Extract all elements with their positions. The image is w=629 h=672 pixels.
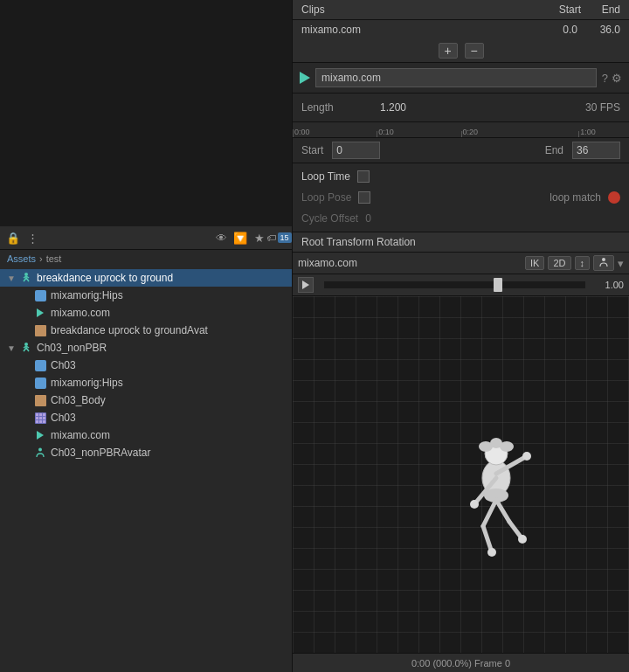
timeline-scrubber-bar[interactable] [324,281,585,288]
tree-item-mixamo1[interactable]: mixamo.com [0,304,292,322]
timeline-value: 1.00 [589,280,624,290]
2d-button[interactable]: 2D [548,256,570,270]
tree-item-avatar1[interactable]: breakdance uprock to groundAvat [0,322,292,339]
clips-row[interactable]: mixamo.com 0.0 36.0 [293,20,629,39]
tree-item-hips2[interactable]: mixamorig:Hips [0,374,292,391]
add-clip-button[interactable]: + [439,43,458,59]
ruler-label-10: 0:10 [378,128,394,136]
loop-match-dot [608,191,620,204]
anim-help-icons: ? ⚙ [602,72,622,85]
anim-clip-icon [300,72,310,84]
svg-point-13 [602,258,605,261]
loop-match-label: loop match [550,191,601,204]
svg-point-0 [24,273,28,276]
mesh-icon [33,323,47,337]
menu-icon[interactable]: ⋮ [24,230,40,246]
tree-item-ch03avatar[interactable]: Ch03_nonPBRAvatar [0,444,292,461]
cube-icon [33,358,47,372]
cycle-offset-row: Cycle Offset 0 [301,209,620,228]
cycle-offset-value: 0 [365,212,371,225]
clips-end-header: End [581,3,620,16]
tag-badge: 15 [278,232,292,243]
start-input[interactable] [332,142,380,159]
tree-item-ch03nonpbr[interactable]: ▼ Ch03_nonPBR [0,339,292,357]
timeline-ruler[interactable]: 0:00 0:10 0:20 1:00 [293,122,629,138]
ruler-label-20: 0:20 [463,128,479,136]
status-text: 0:00 (000.0%) Frame 0 [411,658,510,669]
anim-name-input[interactable] [315,68,597,87]
avatar-icon [33,446,47,460]
ruler-tick [461,131,462,138]
cube-icon [33,288,47,302]
tree-item-ch03[interactable]: Ch03 [0,357,292,374]
ruler-tick [377,131,377,138]
anim-name-row: ? ⚙ [293,63,629,94]
svg-point-18 [500,441,514,452]
end-label: End [545,144,563,156]
breadcrumb-folder[interactable]: test [46,253,62,264]
tree-item-breakdance[interactable]: ▼ breakdance uprock to ground [0,269,292,287]
grid-icon [33,411,47,425]
play-icon [302,281,309,289]
tag-icon[interactable]: 🏷 15 [271,230,287,246]
remove-clip-button[interactable]: − [465,43,484,59]
star-icon[interactable]: ★ [252,230,267,246]
dropdown-chevron-icon[interactable]: ▾ [618,257,624,270]
timeline-scrubber-handle[interactable] [494,278,502,292]
loop-time-row: Loop Time [301,167,620,186]
ruler-marks: 0:00 0:10 0:20 1:00 [293,122,629,138]
ruler-tick [293,129,294,138]
assets-toolbar-icons: 👁 🔽 ★ 🏷 15 [213,230,287,246]
svg-point-6 [24,343,28,346]
preview-section: mixamo.com IK 2D ↕ ▾ 1.00 [293,253,629,672]
avatar-button[interactable] [593,255,614,271]
tree-item-label: mixamorig:Hips [51,377,123,389]
tree-item-label: breakdance uprock to ground [37,272,173,284]
chevron-down-icon: ▼ [7,274,16,283]
anim-props: Length 1.200 30 FPS [293,94,629,122]
tree-item-label: Ch03 [51,359,76,371]
fps-value: 30 FPS [585,101,620,114]
loop-time-checkbox[interactable] [357,170,370,183]
start-label: Start [301,144,323,156]
tree-item-label: mixamorig:Hips [51,289,123,301]
svg-point-20 [522,452,531,461]
preview-viewport[interactable] [293,296,629,653]
loop-pose-checkbox[interactable] [358,191,370,204]
character-preview [444,408,549,583]
tree-item-label: mixamo.com [51,429,110,441]
tree-item-label: Ch03_nonPBRAvatar [51,447,151,459]
svg-point-26 [487,548,496,557]
clips-title: Clips [301,3,529,16]
assets-toolbar: 🔒 ⋮ 👁 🔽 ★ 🏷 15 [0,226,292,250]
settings-icon[interactable]: ⚙ [612,72,622,85]
left-panel: 🔒 ⋮ 👁 🔽 ★ 🏷 15 Assets › test ▼ [0,0,293,672]
filter-icon[interactable]: 🔽 [232,230,248,246]
cycle-offset-label: Cycle Offset [301,212,358,225]
breadcrumb-assets[interactable]: Assets [7,253,36,264]
svg-point-22 [470,500,479,509]
tree-item-hips1[interactable]: mixamorig:Hips [0,287,292,304]
length-value: 1.200 [380,101,406,114]
help-icon[interactable]: ? [602,72,608,85]
loop-pose-label: Loop Pose [301,191,351,204]
preview-name: mixamo.com [298,257,522,269]
asset-panel: 🔒 ⋮ 👁 🔽 ★ 🏷 15 Assets › test ▼ [0,226,292,672]
nav-button[interactable]: ↕ [575,256,591,270]
tree-item-label: Ch03 [51,412,76,424]
eye-icon[interactable]: 👁 [213,230,229,246]
chevron-down-icon: ▼ [7,343,16,353]
clips-section: Clips Start End mixamo.com 0.0 36.0 + − [293,0,629,63]
tree-item-ch03body[interactable]: Ch03_Body [0,391,292,409]
anim-icon [33,428,47,442]
end-input[interactable] [572,142,620,159]
preview-timeline: 1.00 [293,274,629,296]
play-button[interactable] [298,277,314,293]
status-bar: 0:00 (000.0%) Frame 0 [293,653,629,672]
root-transform-label: Root Transform Rotation [293,232,629,253]
tree-item-label: Ch03_Body [51,394,106,406]
tree-item-mixamo2[interactable]: mixamo.com [0,426,292,444]
tree-item-ch03-grid[interactable]: Ch03 [0,409,292,426]
ik-button[interactable]: IK [525,256,544,270]
svg-point-12 [38,448,42,452]
